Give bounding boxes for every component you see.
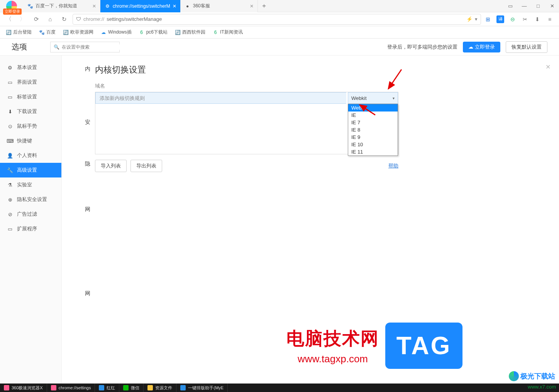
- win-maximize-icon[interactable]: □: [531, 0, 545, 12]
- jiguang-icon: [509, 371, 519, 381]
- sidebar-item-0[interactable]: ⚙基本设置: [0, 60, 61, 75]
- win-minimize-icon[interactable]: —: [517, 0, 531, 12]
- translate-icon[interactable]: 译: [496, 15, 504, 23]
- tab-close-icon[interactable]: ✕: [250, 3, 254, 9]
- sidebar-item-2[interactable]: ▭标签设置: [0, 90, 61, 104]
- engine-option-2[interactable]: IE 7: [348, 119, 398, 126]
- sidebar-item-8[interactable]: ⚗实验室: [0, 177, 61, 192]
- settings-search-input[interactable]: [62, 44, 120, 50]
- new-tab-button[interactable]: ＋: [258, 2, 270, 10]
- download-icon[interactable]: ⬇: [534, 15, 541, 23]
- section-label-4: 网: [85, 290, 559, 297]
- section-label-3: 网: [85, 206, 559, 213]
- browser-logo[interactable]: 立即登录: [0, 0, 23, 12]
- tab-close-icon[interactable]: ✕: [92, 3, 96, 9]
- engine-option-3[interactable]: IE 8: [348, 126, 398, 133]
- bookmark-1[interactable]: 🐾百度: [39, 29, 56, 35]
- login-button[interactable]: ☁立即登录: [463, 42, 500, 52]
- bookmark-icon: ☁: [100, 29, 107, 35]
- taskbar-icon: [51, 385, 56, 390]
- watermark-cn: 电脑技术网: [286, 327, 379, 351]
- url-input[interactable]: [164, 16, 464, 22]
- engine-select-value: Webkit: [351, 95, 367, 101]
- engine-option-5[interactable]: IE 10: [348, 141, 398, 148]
- export-button[interactable]: 导出列表: [130, 160, 162, 172]
- sidebar-item-10[interactable]: ⊘广告过滤: [0, 207, 61, 221]
- sidebar-item-5[interactable]: ⌨快捷键: [0, 133, 61, 148]
- bookmark-icon: 🔄: [63, 29, 69, 35]
- help-link[interactable]: 帮助: [388, 162, 398, 169]
- sidebar-icon: ▭: [7, 79, 13, 85]
- bookmark-2[interactable]: 🔄欧菲资源网: [63, 29, 93, 35]
- taskbar-item-5[interactable]: 一键排版助手(MyE: [176, 384, 228, 392]
- taskbar-item-3[interactable]: 微信: [119, 384, 144, 392]
- login-badge[interactable]: 立即登录: [3, 8, 22, 15]
- dialog-close-icon[interactable]: ✕: [545, 63, 551, 71]
- search-icon: 🔍: [54, 44, 59, 50]
- engine-option-6[interactable]: IE 11: [348, 148, 398, 155]
- restore-button[interactable]: ↻: [59, 14, 69, 25]
- tab-title: 360客服: [193, 3, 247, 9]
- taskbar-item-0[interactable]: 360极速浏览器X: [0, 384, 47, 392]
- cloud-icon: ☁: [468, 44, 473, 50]
- sidebar-icon: ⌨: [7, 138, 13, 144]
- screenshot-icon[interactable]: ✂: [521, 15, 529, 23]
- sidebar-item-4[interactable]: ⊙鼠标手势: [0, 119, 61, 133]
- tab-0[interactable]: 🐾百度一下，你就知道✕: [23, 0, 100, 12]
- win-pin-icon[interactable]: ▭: [503, 0, 517, 12]
- reload-button[interactable]: ⟳: [31, 14, 42, 25]
- tab-2[interactable]: ●360客服✕: [181, 0, 258, 12]
- url-protocol: chrome://: [83, 16, 104, 22]
- taskbar-label: 微信: [131, 385, 139, 391]
- sidebar-item-9[interactable]: ⊕隐私安全设置: [0, 192, 61, 207]
- sidebar-label: 实验室: [17, 181, 32, 188]
- tab-close-icon[interactable]: ✕: [173, 3, 176, 9]
- import-button[interactable]: 导入列表: [95, 160, 127, 172]
- bookmark-label: 西西软件园: [182, 29, 205, 35]
- bookmark-label: 百度: [46, 29, 56, 35]
- watermark-url: www.tagxp.com: [286, 353, 379, 365]
- sync-text: 登录后，即可多端同步您的设置: [387, 44, 457, 51]
- sidebar-item-11[interactable]: ▭扩展程序: [0, 221, 61, 236]
- menu-icon[interactable]: ≡: [546, 15, 554, 23]
- domain-input[interactable]: [95, 92, 346, 104]
- sidebar-label: 标签设置: [17, 93, 37, 100]
- restore-defaults-button[interactable]: 恢复默认设置: [506, 41, 547, 53]
- sidebar-item-1[interactable]: ▭界面设置: [0, 75, 61, 90]
- back-button[interactable]: 〈: [3, 14, 14, 25]
- taskbar-item-4[interactable]: 资源文件: [144, 384, 176, 392]
- bookmark-icon: 🐾: [39, 29, 45, 35]
- sidebar-item-6[interactable]: 👤个人资料: [0, 148, 61, 163]
- url-path: settings/switcherManage: [107, 16, 162, 22]
- forward-button[interactable]: 〉: [17, 14, 28, 25]
- block-icon[interactable]: ⊝: [509, 15, 517, 23]
- sidebar-label: 扩展程序: [17, 225, 37, 232]
- settings-search[interactable]: 🔍: [50, 42, 120, 52]
- engine-option-4[interactable]: IE 9: [348, 133, 398, 141]
- tab-1[interactable]: ⚙chrome://settings/switcherM✕: [100, 0, 181, 12]
- engine-dropdown-icon[interactable]: ▾: [475, 16, 478, 22]
- bookmark-3[interactable]: ☁Windows插: [100, 29, 132, 35]
- sidebar-item-3[interactable]: ⬇下载设置: [0, 104, 61, 119]
- win-close-icon[interactable]: ✕: [545, 0, 559, 12]
- taskbar-item-2[interactable]: 红红: [95, 384, 119, 392]
- dialog-title: 内核切换设置: [95, 58, 557, 83]
- home-button[interactable]: ⌂: [45, 14, 56, 25]
- sidebar-icon: 🔧: [7, 167, 13, 173]
- bookmark-4[interactable]: 6pc6下载站: [139, 29, 168, 35]
- tab-icon: ⚙: [104, 3, 110, 9]
- annotation-arrow-2: [358, 103, 378, 119]
- sidebar-label: 隐私安全设置: [17, 196, 47, 203]
- bookmark-6[interactable]: 6IT新闻资讯: [212, 29, 243, 35]
- bookmark-0[interactable]: 🔄后台登陆: [5, 29, 32, 35]
- bookmark-5[interactable]: 🔄西西软件园: [174, 29, 205, 35]
- taskbar-item-1[interactable]: chrome://settings: [47, 384, 95, 392]
- engine-select[interactable]: Webkit ▾ WebkitIEIE 7IE 8IE 9IE 10IE 11: [348, 92, 398, 104]
- apps-icon[interactable]: ⊞: [484, 15, 492, 23]
- flash-icon[interactable]: ⚡: [466, 16, 473, 22]
- bookmark-icon: 🔄: [5, 29, 12, 35]
- x7-watermark: www.x7.com: [528, 384, 556, 390]
- url-field[interactable]: 🛡 chrome://settings/switcherManage ⚡ ▾: [73, 14, 481, 25]
- bookmark-label: 后台登陆: [13, 29, 32, 35]
- sidebar-item-7[interactable]: 🔧高级设置: [0, 163, 61, 177]
